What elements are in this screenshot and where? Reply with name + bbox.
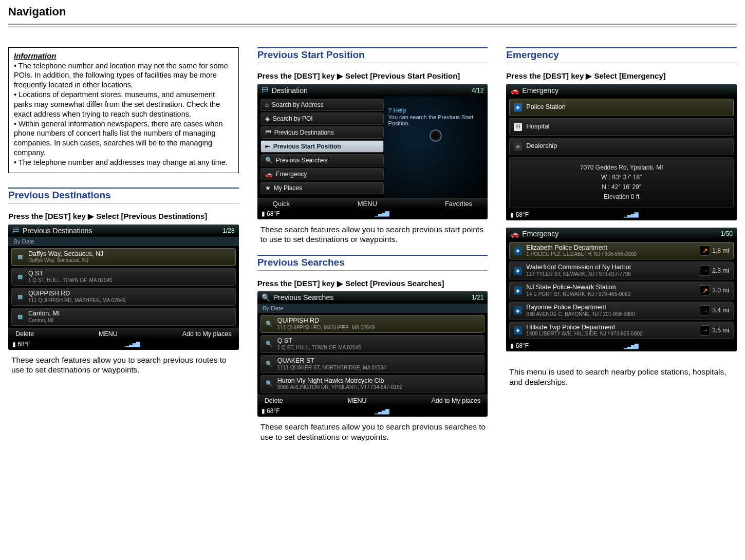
list-item-sub: Daffys Way, Secaucus, NJ [28, 257, 103, 263]
list-item-sub: 1111 QUAKER ST, NORTHBRIDGE, MA 01534 [277, 365, 386, 370]
screen-title: Previous Destinations [23, 227, 92, 235]
screenshot-previous-searches: 🔍 Previous Searches 1/21 By Date 🔍 QUIPP… [257, 291, 488, 417]
result-item[interactable]: ◈ Hillside Twp Police Department1409 LIB… [509, 322, 734, 340]
list-item[interactable]: ▦ QUIPPISH RD 111 QUIPPISH RD, MASHPEE, … [11, 288, 236, 306]
start-icon: ⇤ [265, 143, 270, 150]
screenshot-destination-menu: ⛿ Destination 4/12 ⌂Search by Address ◈S… [257, 84, 488, 219]
body-text: This menu is used to search nearby polic… [509, 367, 735, 387]
menu-item-search-poi[interactable]: ◈Search by POI [260, 113, 384, 125]
title-rule [8, 24, 737, 25]
body-text: These search features allow you to searc… [11, 355, 237, 375]
car-icon: 🚗 [265, 171, 273, 178]
menu-item-search-address[interactable]: ⌂Search by Address [260, 99, 384, 111]
result-title: Bayonne Police Department [526, 304, 696, 311]
distance-label: 3.4 mi [712, 307, 729, 314]
add-to-my-places-button[interactable]: Add to My places [431, 397, 480, 404]
menu-button[interactable]: MENU [358, 200, 377, 208]
poi-icon: ▦ [16, 312, 24, 321]
shield-icon: ◈ [514, 267, 522, 275]
screenshot-emergency-results: 🚗 Emergency 1/50 ◈ Elizabeth Police Depa… [506, 228, 737, 352]
result-item[interactable]: ◈ Waterfront Commission of Ny Harbor117 … [509, 262, 734, 279]
list-item-title: Daffys Way, Secaucus, NJ [28, 251, 103, 258]
list-item-sub: 111 QUIPPISH RD, MASHPEE, MA 02649 [277, 325, 375, 330]
menu-item-previous-searches[interactable]: 🔍Previous Searches [260, 154, 384, 166]
screen-title: Emergency [522, 86, 558, 95]
menu-item-emergency[interactable]: 🚗Emergency [260, 168, 384, 180]
list-item[interactable]: 🔍 QUAKER ST1111 QUAKER ST, NORTHBRIDGE, … [260, 355, 485, 373]
list-item-title: Q ST [28, 270, 113, 277]
list-item-title: Huron Vly Night Hawks Motrcycle Clb [277, 378, 403, 385]
quick-tab[interactable]: Quick [273, 200, 290, 208]
result-sub: 14 E PORT ST, NEWARK, NJ / 973-465-0060 [526, 291, 696, 297]
body-text: These search features allow you to searc… [260, 225, 486, 245]
list-counter: 1/21 [472, 294, 483, 301]
destination-icon: ⛿ [262, 86, 269, 95]
help-title: ? Help [388, 107, 483, 114]
latitude-line: N : 42° 16' 29" [514, 182, 729, 192]
distance-label: 3.0 mi [712, 287, 729, 294]
result-sub: 630 AVENUE C, BAYONNE, NJ / 201-858-6900 [526, 311, 696, 317]
result-item[interactable]: ◈ Elizabeth Police Department1 POLICE PL… [509, 242, 734, 260]
menu-item-my-places[interactable]: ★My Places [260, 182, 384, 194]
result-sub: 1409 LIBERTY AVE, HILLSIDE, NJ / 973-926… [526, 331, 696, 337]
result-sub: 1 POLICE PLZ, ELIZABETH, NJ / 908-558-20… [526, 251, 696, 257]
information-box: Information • The telephone number and l… [8, 47, 239, 173]
list-item[interactable]: 🔍 Huron Vly Night Hawks Motrcycle Clb906… [260, 375, 485, 393]
list-counter: 1/50 [721, 230, 733, 237]
result-title: NJ State Police-Newark Station [526, 284, 696, 291]
distance-label: 3.5 mi [712, 327, 729, 334]
address-icon: ⌂ [265, 101, 269, 108]
delete-button[interactable]: Delete [15, 330, 34, 338]
screenshot-previous-destinations: ⛿ Previous Destinations 1/28 By Date ▦ D… [8, 225, 239, 350]
list-item-title: QUIPPISH RD [28, 290, 126, 297]
instruction: Press the [DEST] key ▶ Select [Previous … [8, 212, 239, 221]
list-item-sub: 1 Q ST, HULL, TOWN OF, MA 02045 [277, 345, 362, 350]
signal-icon: ▁▃▅▇ [125, 341, 140, 347]
longitude-line: W : 83° 37' 18" [514, 173, 729, 182]
temperature-label: ▮ 68°F [12, 341, 31, 348]
menu-item-previous-destinations[interactable]: ⛿Previous Destinations [260, 126, 384, 139]
add-to-my-places-button[interactable]: Add to My places [182, 330, 232, 338]
delete-button[interactable]: Delete [265, 397, 283, 404]
category-hospital[interactable]: H Hospital [509, 118, 734, 136]
menu-button[interactable]: MENU [99, 330, 118, 338]
list-item[interactable]: ▦ Q ST 1 Q ST, HULL, TOWN OF, MA 02045 [11, 268, 236, 286]
result-item[interactable]: ◈ Bayonne Police Department630 AVENUE C,… [509, 302, 734, 320]
search-icon: 🔍 [262, 293, 270, 302]
menu-button[interactable]: MENU [348, 397, 367, 404]
list-item-sub: 111 QUIPPISH RD, MASHPEE, MA 02649 [28, 297, 126, 303]
elevation-line: Elevation 0 ft [514, 192, 729, 202]
list-item[interactable]: ▦ Daffys Way, Secaucus, NJ Daffys Way, S… [11, 248, 236, 266]
section-heading-previous-searches: Previous Searches [257, 255, 488, 271]
category-label: Hospital [526, 123, 549, 130]
list-item[interactable]: 🔍 QUIPPISH RD111 QUIPPISH RD, MASHPEE, M… [260, 315, 485, 333]
shield-icon: ◈ [514, 247, 522, 255]
list-item[interactable]: 🔍 Q ST1 Q ST, HULL, TOWN OF, MA 02045 [260, 335, 485, 353]
info-bullet: • Within general information newspapers,… [14, 119, 233, 158]
knob-icon [430, 129, 442, 142]
favorites-tab[interactable]: Favorites [445, 200, 472, 208]
sort-label: By Date [8, 237, 239, 246]
info-bullet: • The telephone number and addresses may… [14, 158, 233, 167]
car-icon: 🚗 [510, 86, 519, 95]
result-item[interactable]: ◈ NJ State Police-Newark Station14 E POR… [509, 282, 734, 300]
signal-icon: ▁▃▅▇ [624, 212, 638, 217]
direction-arrow-icon: → [702, 307, 709, 314]
category-label: Police Station [526, 104, 565, 111]
list-item-title: Canton, MI [28, 310, 60, 318]
list-item[interactable]: ▦ Canton, MI Canton, MI [11, 308, 236, 326]
category-police[interactable]: ◈ Police Station [509, 99, 734, 116]
menu-item-previous-start[interactable]: ⇤Previous Start Position [260, 140, 384, 153]
list-item-sub: 1 Q ST, HULL, TOWN OF, MA 02045 [28, 277, 113, 283]
result-title: Elizabeth Police Department [526, 245, 696, 252]
screen-title: Destination [272, 86, 308, 95]
sort-label: By Date [257, 304, 488, 313]
title-rule-thin [8, 26, 737, 27]
pin-icon: ⛿ [12, 227, 20, 235]
signal-icon: ▁▃▅▇ [375, 408, 389, 414]
direction-arrow-icon: ↗ [702, 247, 708, 254]
dealer-icon: ⌀ [514, 142, 522, 151]
category-dealership[interactable]: ⌀ Dealership [509, 138, 734, 155]
shield-icon: ◈ [514, 286, 522, 294]
screen-title: Emergency [522, 230, 558, 238]
